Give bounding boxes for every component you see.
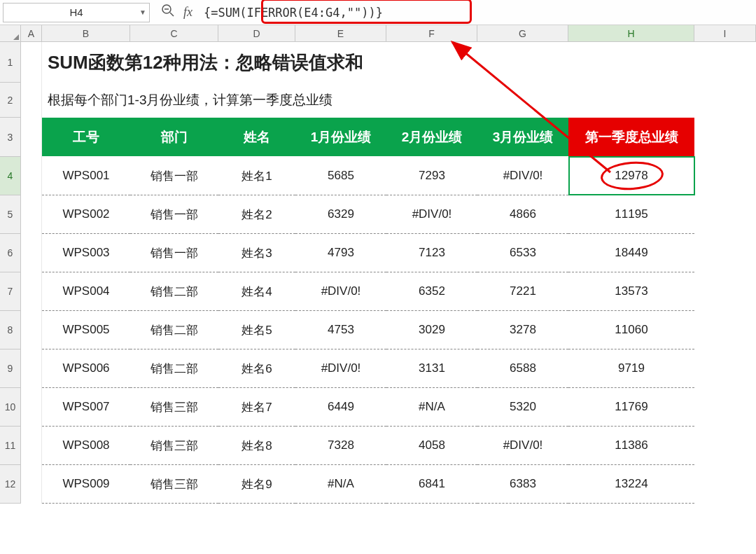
row-header-12[interactable]: 12 <box>0 465 21 504</box>
cell-m2[interactable]: 6352 <box>386 272 477 311</box>
cell-m3[interactable]: 6588 <box>477 349 568 388</box>
cell-m2[interactable]: 4058 <box>386 427 477 465</box>
cell-m3[interactable]: 5320 <box>477 388 568 427</box>
cell-id[interactable]: WPS004 <box>42 272 130 311</box>
col-header-A[interactable]: A <box>21 25 42 41</box>
cell-m1[interactable]: 6329 <box>295 195 386 234</box>
row-header-7[interactable]: 7 <box>0 272 21 311</box>
cell-dept[interactable]: 销售三部 <box>130 388 218 427</box>
cell-dept[interactable]: 销售三部 <box>130 465 218 504</box>
cell-total[interactable]: 11386 <box>568 427 694 465</box>
cell-total[interactable]: 11195 <box>568 195 694 234</box>
col-header-H[interactable]: H <box>568 25 694 41</box>
cell-name[interactable]: 姓名9 <box>218 465 295 504</box>
cell-m3[interactable]: 6383 <box>477 465 568 504</box>
cell-dept[interactable]: 销售二部 <box>130 349 218 388</box>
cell-m3[interactable]: 6533 <box>477 234 568 272</box>
row-header-2[interactable]: 2 <box>0 83 21 118</box>
header-name[interactable]: 姓名 <box>218 118 295 157</box>
cell-m1[interactable]: #DIV/0! <box>295 272 386 311</box>
row-header-3[interactable]: 3 <box>0 118 21 157</box>
cell-m1[interactable]: 4753 <box>295 311 386 349</box>
cell-A10[interactable] <box>21 388 42 427</box>
cell-name[interactable]: 姓名3 <box>218 234 295 272</box>
row-header-6[interactable]: 6 <box>0 234 21 272</box>
cell-m2[interactable]: 6841 <box>386 465 477 504</box>
cell-dept[interactable]: 销售三部 <box>130 427 218 465</box>
cell-name[interactable]: 姓名5 <box>218 311 295 349</box>
col-header-G[interactable]: G <box>477 25 568 41</box>
header-id[interactable]: 工号 <box>42 118 130 157</box>
cell-dept[interactable]: 销售二部 <box>130 311 218 349</box>
col-header-B[interactable]: B <box>42 25 130 41</box>
cell-name[interactable]: 姓名2 <box>218 195 295 234</box>
cell-m3[interactable]: 4866 <box>477 195 568 234</box>
row-header-1[interactable]: 1 <box>0 42 21 83</box>
cell-id[interactable]: WPS006 <box>42 349 130 388</box>
row-header-4[interactable]: 4 <box>0 157 21 195</box>
cell-m1[interactable]: 4793 <box>295 234 386 272</box>
cell-m2[interactable]: #N/A <box>386 388 477 427</box>
cell-A1[interactable] <box>21 42 42 83</box>
cell-A8[interactable] <box>21 311 42 349</box>
cell-m2[interactable]: 3029 <box>386 311 477 349</box>
cell-total[interactable]: 11769 <box>568 388 694 427</box>
cell-m2[interactable]: 3131 <box>386 349 477 388</box>
row-header-8[interactable]: 8 <box>0 311 21 349</box>
select-all-corner[interactable] <box>0 25 21 41</box>
cell-id[interactable]: WPS009 <box>42 465 130 504</box>
cell-m1[interactable]: 5685 <box>295 157 386 195</box>
cell-A3[interactable] <box>21 118 42 157</box>
cell-dept[interactable]: 销售一部 <box>130 234 218 272</box>
cell-id[interactable]: WPS002 <box>42 195 130 234</box>
cell-m2[interactable]: 7123 <box>386 234 477 272</box>
cell-id[interactable]: WPS003 <box>42 234 130 272</box>
formula-input[interactable]: {=SUM(IFERROR(E4:G4,""))} <box>198 6 753 20</box>
cell-name[interactable]: 姓名4 <box>218 272 295 311</box>
col-header-E[interactable]: E <box>295 25 386 41</box>
cell-A4[interactable] <box>21 157 42 195</box>
col-header-I[interactable]: I <box>694 25 756 41</box>
cell-total[interactable]: 12978 <box>568 157 694 195</box>
cell-A9[interactable] <box>21 349 42 388</box>
cell-total[interactable]: 13573 <box>568 272 694 311</box>
cell-m3[interactable]: #DIV/0! <box>477 157 568 195</box>
cell-name[interactable]: 姓名7 <box>218 388 295 427</box>
cell-total[interactable]: 18449 <box>568 234 694 272</box>
name-box[interactable]: H4 ▼ <box>3 3 150 22</box>
cell-m3[interactable]: 3278 <box>477 311 568 349</box>
header-m3[interactable]: 3月份业绩 <box>477 118 568 157</box>
cell-id[interactable]: WPS008 <box>42 427 130 465</box>
cell-id[interactable]: WPS001 <box>42 157 130 195</box>
header-total[interactable]: 第一季度总业绩 <box>568 118 694 157</box>
cell-m3[interactable]: 7221 <box>477 272 568 311</box>
col-header-D[interactable]: D <box>218 25 295 41</box>
cell-A7[interactable] <box>21 272 42 311</box>
cell-id[interactable]: WPS005 <box>42 311 130 349</box>
zoom-out-icon[interactable] <box>161 4 175 21</box>
row-header-9[interactable]: 9 <box>0 349 21 388</box>
row-header-10[interactable]: 10 <box>0 388 21 427</box>
cell-name[interactable]: 姓名6 <box>218 349 295 388</box>
cell-m1[interactable]: 6449 <box>295 388 386 427</box>
cell-m1[interactable]: 7328 <box>295 427 386 465</box>
cell-A12[interactable] <box>21 465 42 504</box>
subtitle-cell[interactable]: 根据每个部门1-3月份业绩，计算第一季度总业绩 <box>42 83 603 118</box>
cell-name[interactable]: 姓名8 <box>218 427 295 465</box>
cell-m1[interactable]: #N/A <box>295 465 386 504</box>
header-m2[interactable]: 2月份业绩 <box>386 118 477 157</box>
cell-m3[interactable]: #DIV/0! <box>477 427 568 465</box>
title-cell[interactable]: SUM函数第12种用法：忽略错误值求和 <box>42 42 603 83</box>
cell-dept[interactable]: 销售一部 <box>130 157 218 195</box>
cell-id[interactable]: WPS007 <box>42 388 130 427</box>
col-header-C[interactable]: C <box>130 25 218 41</box>
cell-m2[interactable]: 7293 <box>386 157 477 195</box>
cell-A11[interactable] <box>21 427 42 465</box>
cell-m1[interactable]: #DIV/0! <box>295 349 386 388</box>
cell-A2[interactable] <box>21 83 42 118</box>
cell-A6[interactable] <box>21 234 42 272</box>
row-header-11[interactable]: 11 <box>0 427 21 465</box>
fx-icon[interactable]: fx <box>183 5 192 20</box>
col-header-F[interactable]: F <box>386 25 477 41</box>
cell-total[interactable]: 11060 <box>568 311 694 349</box>
